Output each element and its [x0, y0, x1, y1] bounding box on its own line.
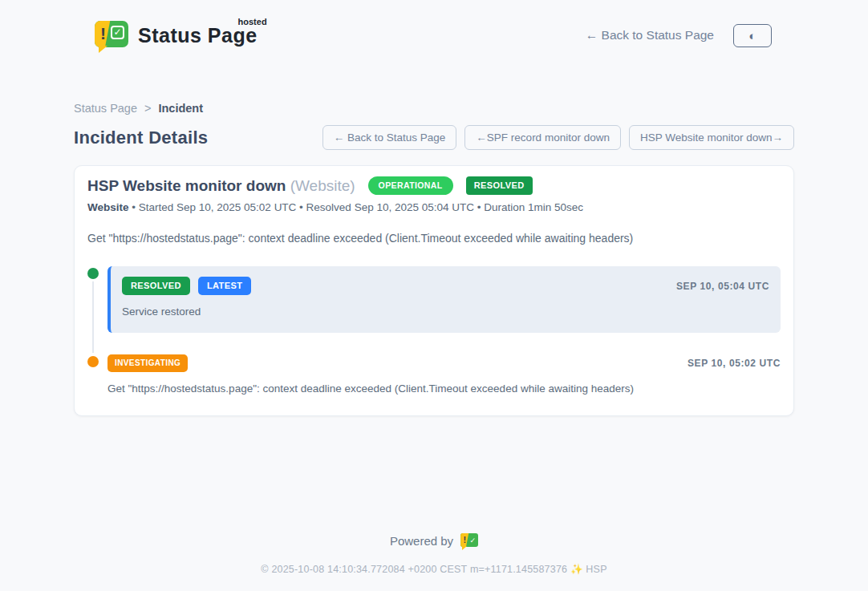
statuspage-logo-icon: ! ✓: [95, 19, 128, 52]
prev-incident-button[interactable]: ←SPF record monitor down: [464, 125, 621, 150]
breadcrumb-incident: Incident: [158, 102, 203, 115]
brand-superscript: hosted: [238, 17, 267, 26]
incident-meta-detail: • Started Sep 10, 2025 05:02 UTC • Resol…: [129, 201, 584, 213]
powered-by: Powered by ! ✓: [390, 532, 478, 549]
timeline-badges: INVESTIGATING: [107, 354, 188, 372]
timeline-message: Service restored: [122, 306, 769, 318]
powered-by-label: Powered by: [390, 534, 453, 548]
latest-badge: LATEST: [198, 277, 251, 295]
header-back-link[interactable]: ← Back to Status Page: [586, 28, 714, 43]
next-incident-button[interactable]: HSP Website monitor down→: [629, 125, 794, 150]
incident-nav-buttons: ← Back to Status Page ←SPF record monito…: [322, 125, 794, 150]
title-row: Incident Details ← Back to Status Page ←…: [74, 125, 794, 150]
theme-toggle-button[interactable]: ◐: [733, 24, 772, 47]
mini-exclaim-icon: !: [464, 535, 467, 544]
exclaim-icon: !: [100, 24, 106, 43]
logo-bubble: ! ✓: [95, 21, 128, 47]
incident-meta: Website • Started Sep 10, 2025 05:02 UTC…: [87, 201, 781, 213]
breadcrumb-status-page[interactable]: Status Page: [74, 102, 137, 115]
logo-tail: [99, 46, 107, 53]
timeline-timestamp: SEP 10, 05:04 UTC: [676, 281, 769, 292]
incident-title-text: HSP Website monitor down: [87, 177, 286, 194]
timeline-entry-investigating: INVESTIGATING SEP 10, 05:02 UTC Get "htt…: [87, 354, 781, 395]
operational-badge: OPERATIONAL: [368, 176, 453, 195]
timeline-dot-investigating: [87, 356, 99, 367]
incident-timeline: RESOLVED LATEST SEP 10, 05:04 UTC Servic…: [87, 266, 781, 395]
header-right: ← Back to Status Page ◐: [586, 24, 772, 47]
timeline-entry-resolved: RESOLVED LATEST SEP 10, 05:04 UTC Servic…: [87, 266, 781, 333]
timeline-message: Get "https://hostedstatus.page": context…: [107, 383, 781, 395]
incident-card-title-row: HSP Website monitor down (Website) OPERA…: [87, 176, 781, 195]
timeline-entry-body: RESOLVED LATEST SEP 10, 05:04 UTC Servic…: [107, 266, 781, 333]
incident-component: Website: [87, 201, 129, 213]
statuspage-logo[interactable]: ! ✓ Status Page hosted: [95, 19, 264, 52]
mini-check-icon: ✓: [470, 536, 477, 544]
timeline-dot-resolved: [87, 268, 99, 279]
header: ! ✓ Status Page hosted ← Back to Status …: [0, 0, 868, 58]
page-title: Incident Details: [74, 128, 208, 148]
main-content: Status Page > Incident Incident Details …: [74, 58, 794, 416]
mini-logo-tail: [462, 546, 467, 550]
brand-name: Status Page: [138, 24, 258, 47]
incident-title: HSP Website monitor down (Website): [87, 177, 355, 195]
timeline-entry-body: INVESTIGATING SEP 10, 05:02 UTC Get "htt…: [107, 354, 781, 395]
brand-text: Status Page hosted: [138, 24, 264, 47]
resolved-status-badge: RESOLVED: [466, 176, 533, 195]
back-to-status-page-button[interactable]: ← Back to Status Page: [322, 125, 457, 150]
resolved-badge: RESOLVED: [122, 277, 190, 295]
hsp-logo-icon[interactable]: ! ✓: [460, 532, 478, 549]
breadcrumb-separator: >: [144, 102, 151, 115]
timeline-timestamp: SEP 10, 05:02 UTC: [688, 358, 781, 369]
footer: Powered by ! ✓ © 2025-10-08 14:10:34.772…: [0, 532, 868, 575]
check-icon: ✓: [111, 26, 124, 39]
incident-description: Get "https://hostedstatus.page": context…: [87, 232, 781, 245]
incident-card: HSP Website monitor down (Website) OPERA…: [74, 165, 794, 416]
timeline-entry-head: RESOLVED LATEST SEP 10, 05:04 UTC: [122, 277, 769, 295]
investigating-badge: INVESTIGATING: [107, 354, 188, 372]
half-circle-icon: ◐: [748, 30, 756, 42]
timeline-badges: RESOLVED LATEST: [122, 277, 251, 295]
incident-scope: (Website): [290, 177, 355, 194]
breadcrumb: Status Page > Incident: [74, 102, 794, 115]
timeline-entry-head: INVESTIGATING SEP 10, 05:02 UTC: [107, 354, 781, 372]
mini-logo-bubble: ! ✓: [460, 533, 478, 547]
copyright-text: © 2025-10-08 14:10:34.772084 +0200 CEST …: [0, 563, 868, 575]
